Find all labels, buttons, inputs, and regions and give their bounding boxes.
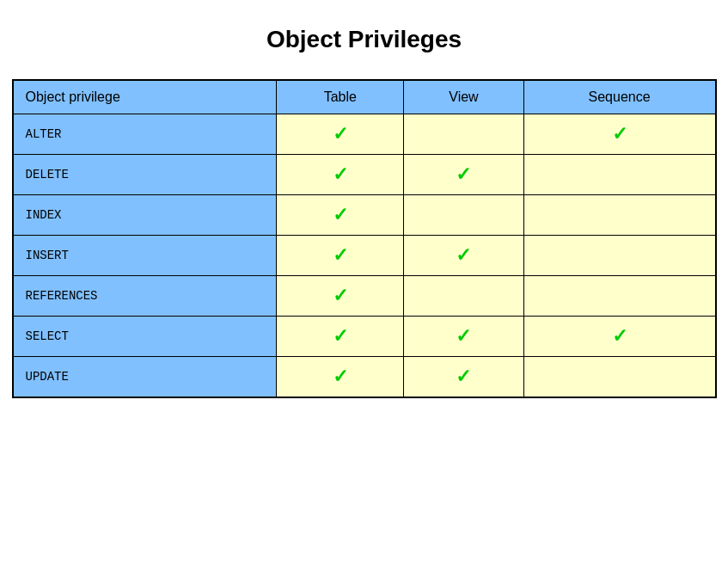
sequence-check-cell <box>523 236 715 276</box>
view-check-cell <box>404 276 523 317</box>
table-row: SELECT✓✓✓ <box>13 317 716 357</box>
checkmark-icon: ✓ <box>333 366 348 387</box>
checkmark-icon: ✓ <box>456 325 471 347</box>
checkmark-icon: ✓ <box>333 204 348 225</box>
privilege-name-cell: UPDATE <box>13 357 277 398</box>
page-title: Object Privileges <box>266 26 462 53</box>
checkmark-icon: ✓ <box>333 285 348 306</box>
view-check-cell: ✓ <box>404 155 523 195</box>
sequence-check-cell <box>523 195 715 236</box>
privilege-name-cell: INSERT <box>13 236 277 276</box>
table-row: INDEX✓ <box>13 195 716 236</box>
col-header-table: Table <box>277 80 404 114</box>
checkmark-icon: ✓ <box>333 163 348 185</box>
checkmark-icon: ✓ <box>333 325 348 347</box>
view-check-cell <box>404 114 523 155</box>
checkmark-icon: ✓ <box>612 325 627 347</box>
table-row: DELETE✓✓ <box>13 155 716 195</box>
table-check-cell: ✓ <box>277 236 404 276</box>
table-check-cell: ✓ <box>277 195 404 236</box>
view-check-cell: ✓ <box>404 317 523 357</box>
col-header-sequence: Sequence <box>523 80 715 114</box>
privilege-name-cell: REFERENCES <box>13 276 277 317</box>
checkmark-icon: ✓ <box>456 366 471 387</box>
privilege-name-cell: INDEX <box>13 195 277 236</box>
table-row: REFERENCES✓ <box>13 276 716 317</box>
table-check-cell: ✓ <box>277 155 404 195</box>
privilege-name-cell: DELETE <box>13 155 277 195</box>
checkmark-icon: ✓ <box>333 244 348 266</box>
table-body: ALTER✓✓DELETE✓✓INDEX✓INSERT✓✓REFERENCES✓… <box>13 114 716 398</box>
view-check-cell <box>404 195 523 236</box>
table-row: INSERT✓✓ <box>13 236 716 276</box>
table-row: ALTER✓✓ <box>13 114 716 155</box>
table-check-cell: ✓ <box>277 276 404 317</box>
table-check-cell: ✓ <box>277 317 404 357</box>
view-check-cell: ✓ <box>404 236 523 276</box>
checkmark-icon: ✓ <box>612 123 627 144</box>
checkmark-icon: ✓ <box>333 123 348 144</box>
privilege-name-cell: ALTER <box>13 114 277 155</box>
table-row: UPDATE✓✓ <box>13 357 716 398</box>
table-header-row: Object privilege Table View Sequence <box>13 80 716 114</box>
checkmark-icon: ✓ <box>456 163 471 185</box>
privilege-name-cell: SELECT <box>13 317 277 357</box>
view-check-cell: ✓ <box>404 357 523 398</box>
sequence-check-cell: ✓ <box>523 317 715 357</box>
checkmark-icon: ✓ <box>456 244 471 266</box>
privileges-table: Object privilege Table View Sequence ALT… <box>12 79 717 398</box>
sequence-check-cell <box>523 357 715 398</box>
table-check-cell: ✓ <box>277 114 404 155</box>
sequence-check-cell <box>523 276 715 317</box>
sequence-check-cell: ✓ <box>523 114 715 155</box>
sequence-check-cell <box>523 155 715 195</box>
table-check-cell: ✓ <box>277 357 404 398</box>
col-header-privilege: Object privilege <box>13 80 277 114</box>
col-header-view: View <box>404 80 523 114</box>
